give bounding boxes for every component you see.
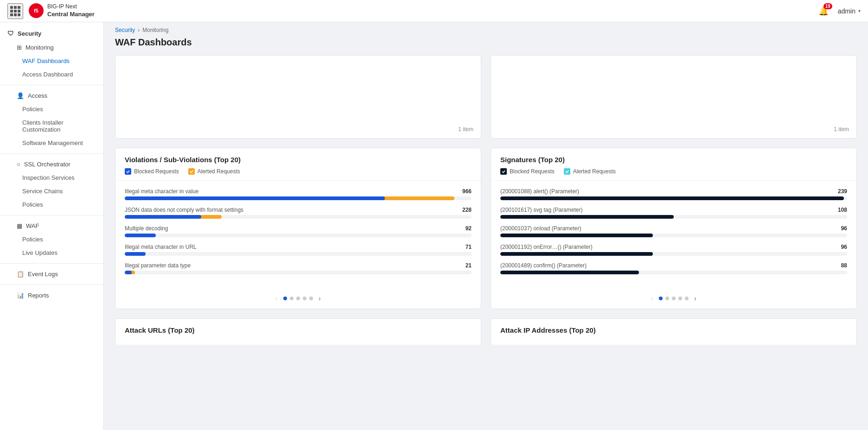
violations-page-dot-2[interactable] <box>296 297 300 300</box>
bar-item-0: Illegal meta character in value 966 <box>125 188 472 200</box>
violations-panel-body: Illegal meta character in value 966 JSON… <box>115 181 481 288</box>
bar-item-1: JSON data does not comply with format se… <box>125 207 472 219</box>
sidebar-divider-4 <box>0 263 103 264</box>
ssl-icon: ○ <box>17 161 20 168</box>
bottom-left-panel-title: Attack URLs (Top 20) <box>125 326 472 334</box>
violations-page-dot-3[interactable] <box>303 297 306 300</box>
signatures-prev-button[interactable]: ‹ <box>648 294 656 303</box>
app-name: BIG-IP Next Central Manager <box>47 3 95 18</box>
alerted-checkbox-teal[interactable] <box>564 168 570 175</box>
sidebar-item-event-logs[interactable]: 📋 Event Logs <box>0 267 103 281</box>
top-left-item-count: 1 item <box>458 126 473 133</box>
sidebar-item-access-dashboard[interactable]: Access Dashboard <box>0 68 103 81</box>
sig-bar-label-1: (200101617) svg tag (Parameter) <box>500 207 582 213</box>
sidebar-item-policies-3[interactable]: Policies <box>0 233 103 246</box>
bar-label-0: Illegal meta character in value <box>125 188 198 195</box>
sig-bar-track-4 <box>500 271 847 274</box>
sidebar-item-access[interactable]: 👤 Access <box>0 89 103 102</box>
user-menu[interactable]: admin ▾ <box>838 7 861 15</box>
sidebar-item-live-updates[interactable]: Live Updates <box>0 246 103 259</box>
breadcrumb: Security › Monitoring <box>104 22 868 35</box>
bar-label-4: Illegal parameter data type <box>125 262 191 269</box>
bar-item-4: Illegal parameter data type 21 <box>125 262 472 274</box>
violations-page-dot-1[interactable] <box>290 297 294 300</box>
sidebar-item-ssl-orchestrator[interactable]: ○ SSL Orchestrator <box>0 158 103 171</box>
sig-bar-label-4: (200001489) confirm() (Parameter) <box>500 262 587 269</box>
sidebar-item-waf-dashboards[interactable]: WAF Dashboards <box>0 54 103 68</box>
person-icon: 👤 <box>17 92 24 99</box>
waf-icon: ▦ <box>17 222 22 229</box>
breadcrumb-security[interactable]: Security <box>115 27 135 33</box>
signatures-legend-blocked: Blocked Requests <box>500 168 555 175</box>
sidebar-divider-5 <box>0 285 103 285</box>
sig-bar-item-3: (200001192) onError…() (Parameter) 96 <box>500 244 847 256</box>
sig-bar-label-2: (200001037) onload (Parameter) <box>500 225 581 232</box>
sidebar-item-software[interactable]: Software Management <box>0 136 103 150</box>
sig-bar-item-0: (200001088) alert() (Parameter) 239 <box>500 188 847 200</box>
sig-bar-track-0 <box>500 196 847 200</box>
top-panels-row: 1 item 1 item <box>115 55 857 139</box>
bottom-left-panel-header: Attack URLs (Top 20) <box>115 319 481 345</box>
sidebar-item-service-chains[interactable]: Service Chains <box>0 184 103 198</box>
grid-menu-button[interactable] <box>7 3 23 19</box>
sig-bar-value-0: 239 <box>838 188 847 195</box>
signatures-next-button[interactable]: › <box>691 294 699 303</box>
sig-bar-track-1 <box>500 215 847 219</box>
notification-button[interactable]: 🔔 19 <box>817 4 830 18</box>
bar-track-0 <box>125 196 472 200</box>
alerted-label: Alerted Requests <box>198 168 240 175</box>
alerted-checkbox-yellow[interactable] <box>188 168 195 175</box>
monitoring-icon: ⊞ <box>17 44 22 51</box>
sig-bar-label-3: (200001192) onError…() (Parameter) <box>500 244 593 250</box>
sig-bar-value-3: 96 <box>841 244 847 250</box>
sidebar-item-clients[interactable]: Clients Installer Customization <box>0 116 103 136</box>
chevron-down-icon: ▾ <box>858 8 861 13</box>
violations-legend: Blocked Requests Alerted Requests <box>125 168 472 175</box>
bar-label-3: Illegal meta character in URL <box>125 244 197 250</box>
sidebar-divider-3 <box>0 215 103 215</box>
logo-area: f5 BIG-IP Next Central Manager <box>29 3 95 18</box>
topbar-right: 🔔 19 admin ▾ <box>817 4 861 18</box>
violations-prev-button[interactable]: ‹ <box>273 294 281 303</box>
top-right-panel: 1 item <box>491 55 857 139</box>
signatures-page-dot-4[interactable] <box>685 297 689 300</box>
signatures-page-dot-0[interactable] <box>659 297 663 300</box>
signatures-page-dot-2[interactable] <box>672 297 676 300</box>
blocked-checkbox-dark[interactable] <box>500 168 507 175</box>
bar-blocked-2 <box>125 234 156 237</box>
bar-value-0: 966 <box>462 188 472 195</box>
sidebar-item-inspection[interactable]: Inspection Services <box>0 171 103 184</box>
bar-item-3: Illegal meta character in URL 71 <box>125 244 472 256</box>
bar-blocked-3 <box>125 252 146 256</box>
sig-bar-item-1: (200101617) svg tag (Parameter) 108 <box>500 207 847 219</box>
violations-page-dot-4[interactable] <box>309 297 313 300</box>
middle-panels-row: Violations / Sub-Violations (Top 20) Blo… <box>115 148 857 309</box>
sidebar-item-monitoring[interactable]: ⊞ Monitoring <box>0 41 103 54</box>
signatures-panel: Signatures (Top 20) Blocked Requests <box>491 148 857 309</box>
sidebar-item-reports[interactable]: 📊 Reports <box>0 289 103 302</box>
sidebar-item-policies-2[interactable]: Policies <box>0 198 103 211</box>
bar-value-4: 21 <box>466 262 472 269</box>
signatures-pagination: ‹ › <box>491 288 856 309</box>
sig-bar-track-2 <box>500 234 847 237</box>
signatures-page-dot-1[interactable] <box>665 297 669 300</box>
bottom-left-panel: Attack URLs (Top 20) <box>115 318 481 346</box>
sig-bar-value-4: 88 <box>841 262 847 269</box>
sidebar-item-policies-1[interactable]: Policies <box>0 102 103 116</box>
user-name: admin <box>838 7 855 15</box>
blocked-checkbox-blue[interactable] <box>125 168 131 175</box>
top-left-panel: 1 item <box>115 55 481 139</box>
sidebar: 🛡 Security ⊞ Monitoring WAF Dashboards A… <box>0 0 104 430</box>
bar-blocked-4 <box>125 271 132 274</box>
signatures-page-dot-3[interactable] <box>678 297 682 300</box>
sig-bar-item-2: (200001037) onload (Parameter) 96 <box>500 225 847 237</box>
violations-pagination: ‹ › <box>115 288 481 309</box>
notification-badge: 19 <box>823 3 832 9</box>
sidebar-divider-1 <box>0 85 103 85</box>
violations-next-button[interactable]: › <box>316 294 324 303</box>
violations-page-dot-0[interactable] <box>283 297 287 300</box>
violations-legend-alerted: Alerted Requests <box>188 168 240 175</box>
bar-track-4 <box>125 271 472 274</box>
sidebar-item-waf[interactable]: ▦ WAF <box>0 219 103 233</box>
top-right-item-count: 1 item <box>834 126 849 133</box>
